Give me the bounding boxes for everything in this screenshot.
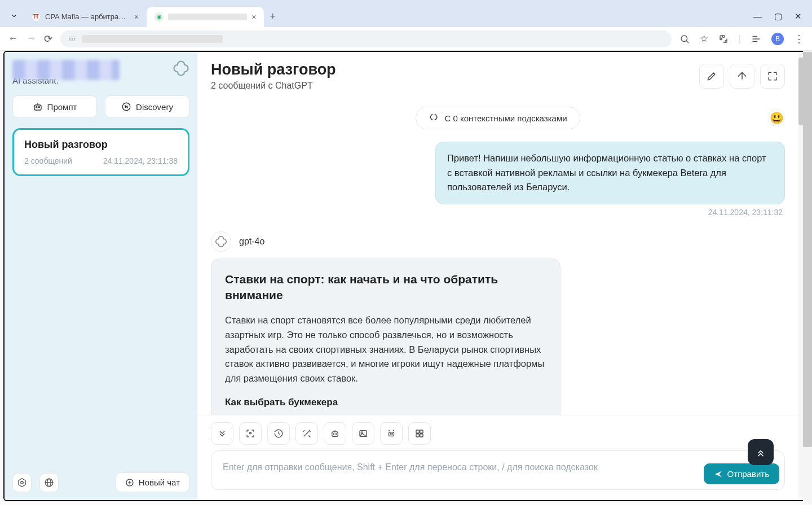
new-chat-button[interactable]: Новый чат bbox=[116, 472, 189, 492]
svg-point-27 bbox=[333, 433, 334, 435]
photo-icon bbox=[358, 428, 368, 439]
robot-icon bbox=[33, 102, 43, 112]
plus-circle-icon bbox=[125, 478, 134, 487]
bookmark-star-icon[interactable]: ☆ bbox=[700, 33, 708, 45]
send-button[interactable]: Отправить bbox=[704, 463, 779, 484]
window-minimize-icon[interactable]: — bbox=[753, 11, 762, 21]
tool-photo[interactable] bbox=[352, 422, 374, 445]
tab-close-icon[interactable]: × bbox=[251, 12, 256, 21]
window-close-icon[interactable]: ✕ bbox=[795, 11, 802, 21]
chat-scroll-area[interactable]: С 0 контекстными подсказками 😃 Привет! Н… bbox=[197, 97, 798, 415]
user-message: Привет! Напиши небольшую информационную … bbox=[435, 142, 785, 204]
globe-icon bbox=[44, 478, 54, 488]
page-subtitle: 2 сообщений с ChatGPT bbox=[211, 81, 690, 91]
svg-point-24 bbox=[250, 432, 251, 434]
chevrons-down-icon bbox=[217, 428, 227, 439]
tool-history[interactable] bbox=[267, 422, 290, 445]
grid-icon bbox=[414, 428, 425, 439]
svg-point-35 bbox=[390, 433, 391, 435]
svg-point-28 bbox=[336, 433, 337, 435]
svg-point-11 bbox=[36, 107, 37, 108]
svg-marker-41 bbox=[715, 471, 722, 477]
svg-point-0 bbox=[69, 38, 70, 39]
browser-tab[interactable]: ⛩ CPA Mafia — арбитраж трафик × bbox=[24, 7, 147, 27]
tab-title-blurred bbox=[168, 14, 247, 20]
pencil-icon bbox=[706, 71, 717, 82]
clock-reload-icon bbox=[273, 428, 284, 439]
browser-menu-icon[interactable]: ⋮ bbox=[794, 33, 804, 45]
page-scrollbar[interactable] bbox=[803, 51, 812, 505]
conversation-count: 2 сообщений bbox=[24, 156, 72, 165]
chevrons-up-icon bbox=[755, 446, 766, 458]
page-title: Новый разговор bbox=[211, 61, 690, 78]
assistant-subheading: Как выбрать букмекера bbox=[225, 397, 546, 408]
main-panel: Новый разговор 2 сообщений с ChatGPT bbox=[197, 52, 798, 500]
svg-marker-16 bbox=[19, 478, 25, 487]
conversation-card[interactable]: Новый разговор 2 сообщений 24.11.2024, 2… bbox=[12, 128, 189, 176]
brain-icon bbox=[429, 113, 439, 123]
settings-button[interactable] bbox=[12, 473, 32, 492]
window-maximize-icon[interactable]: ▢ bbox=[774, 11, 782, 21]
svg-point-36 bbox=[392, 433, 393, 435]
edit-button[interactable] bbox=[699, 64, 724, 89]
user-message-timestamp: 24.11.2024, 23:11:32 bbox=[211, 208, 785, 217]
discovery-button[interactable]: Discovery bbox=[105, 95, 189, 118]
prompt-button[interactable]: Промпт bbox=[12, 95, 97, 118]
svg-point-1 bbox=[72, 38, 72, 39]
svg-rect-10 bbox=[34, 105, 41, 110]
svg-rect-37 bbox=[416, 430, 419, 433]
profile-avatar[interactable]: В bbox=[771, 33, 784, 45]
composer-toolbar bbox=[197, 415, 798, 450]
new-tab-button[interactable]: + bbox=[264, 6, 281, 27]
message-input[interactable]: Enter для отправки сообщения, Shift + En… bbox=[211, 450, 785, 490]
tool-bot2[interactable] bbox=[380, 422, 403, 445]
discovery-label: Discovery bbox=[136, 102, 173, 112]
prompt-label: Промпт bbox=[47, 102, 77, 112]
assistant-heading: Ставки на спорт: как начать и на что обр… bbox=[225, 271, 546, 304]
reading-list-icon[interactable] bbox=[751, 34, 761, 44]
assistant-paragraph: Ставки на спорт становятся все более поп… bbox=[225, 313, 546, 386]
send-label: Отправить bbox=[727, 469, 769, 479]
svg-marker-15 bbox=[125, 106, 128, 108]
language-button[interactable] bbox=[39, 473, 59, 492]
address-bar[interactable] bbox=[60, 30, 672, 47]
svg-rect-40 bbox=[420, 434, 423, 437]
url-blurred bbox=[82, 35, 223, 43]
svg-point-2 bbox=[74, 38, 75, 39]
site-settings-icon bbox=[68, 35, 76, 43]
svg-line-6 bbox=[686, 41, 689, 43]
svg-line-33 bbox=[389, 430, 390, 431]
browser-tab-active[interactable]: ◉ × bbox=[147, 7, 264, 27]
scroll-to-top-button[interactable] bbox=[748, 439, 774, 465]
tool-magic[interactable] bbox=[295, 422, 318, 445]
nav-reload-icon[interactable]: ⟳ bbox=[44, 33, 52, 45]
svg-point-12 bbox=[38, 107, 39, 108]
expand-button[interactable] bbox=[760, 64, 785, 89]
nav-forward-icon[interactable]: → bbox=[26, 33, 36, 45]
zoom-icon[interactable] bbox=[679, 34, 690, 44]
tool-apps[interactable] bbox=[408, 422, 431, 445]
tool-robot[interactable] bbox=[324, 422, 346, 445]
app-logo-blurred bbox=[12, 60, 120, 80]
svg-rect-38 bbox=[420, 430, 423, 433]
share-icon bbox=[736, 71, 748, 82]
robot-icon bbox=[330, 428, 340, 439]
tool-expand-down[interactable] bbox=[211, 422, 233, 445]
share-button[interactable] bbox=[730, 64, 754, 89]
send-icon bbox=[714, 470, 723, 479]
browser-toolbar: ← → ⟳ ☆ | В ⋮ bbox=[0, 27, 812, 51]
extensions-icon[interactable] bbox=[718, 34, 729, 44]
browser-tab-strip: ⛩ CPA Mafia — арбитраж трафик × ◉ × + — … bbox=[0, 0, 812, 27]
nav-back-icon[interactable]: ← bbox=[8, 33, 18, 45]
mood-emoji[interactable]: 😃 bbox=[768, 110, 785, 126]
favicon-icon: ◉ bbox=[155, 12, 164, 21]
tab-close-icon[interactable]: × bbox=[134, 12, 139, 21]
svg-point-17 bbox=[21, 481, 24, 484]
openai-logo-icon bbox=[173, 60, 189, 79]
tabs-dropdown[interactable] bbox=[5, 8, 24, 25]
image-focus-icon bbox=[245, 428, 255, 439]
tool-image[interactable] bbox=[239, 422, 262, 445]
context-hints-pill[interactable]: С 0 контекстными подсказками bbox=[416, 107, 580, 129]
assistant-model-name: gpt-4o bbox=[239, 237, 264, 247]
android-icon bbox=[386, 428, 396, 439]
